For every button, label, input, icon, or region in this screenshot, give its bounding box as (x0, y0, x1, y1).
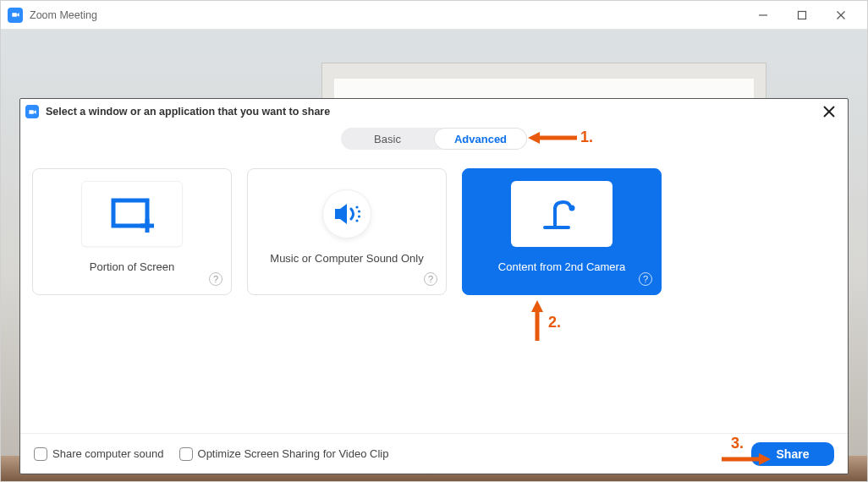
speaker-icon (322, 189, 371, 238)
option-portion-of-screen[interactable]: Portion of Screen ? (32, 168, 232, 295)
share-button[interactable]: Share (751, 442, 834, 466)
zoom-icon (8, 8, 23, 23)
svg-point-10 (358, 210, 360, 212)
svg-point-9 (355, 205, 358, 208)
checkbox-icon (179, 447, 193, 461)
dialog-footer: Share computer sound Optimize Screen Sha… (20, 433, 848, 474)
share-options: Portion of Screen ? Music or Computer So… (20, 150, 848, 295)
share-computer-sound-checkbox[interactable]: Share computer sound (34, 447, 164, 461)
option-label: Portion of Screen (90, 260, 174, 273)
svg-point-13 (569, 205, 575, 211)
document-camera-icon (511, 181, 613, 247)
option-music-or-computer-sound[interactable]: Music or Computer Sound Only ? (247, 168, 447, 295)
help-icon[interactable]: ? (424, 272, 437, 286)
option-content-from-2nd-camera[interactable]: Content from 2nd Camera ? (462, 168, 662, 295)
tabs-pill: Basic Advanced (341, 128, 527, 150)
svg-point-12 (355, 219, 358, 222)
window-titlebar: Zoom Meeting (1, 1, 867, 30)
window-minimize-button[interactable] (744, 3, 783, 28)
svg-point-11 (358, 215, 360, 217)
option-label: Music or Computer Sound Only (270, 252, 423, 265)
zoom-icon (25, 105, 39, 118)
window-maximize-button[interactable] (783, 3, 821, 28)
tab-advanced[interactable]: Advanced (434, 128, 527, 150)
svg-rect-1 (799, 11, 806, 19)
optimize-video-clip-checkbox[interactable]: Optimize Screen Sharing for Video Clip (179, 447, 389, 461)
dialog-header: Select a window or an application that y… (20, 99, 848, 123)
dialog-title: Select a window or an application that y… (46, 106, 330, 118)
svg-rect-6 (113, 200, 147, 226)
checkbox-label: Optimize Screen Sharing for Video Clip (198, 447, 389, 460)
zoom-window: Zoom Meeting Select a window or an appli… (0, 0, 868, 482)
help-icon[interactable]: ? (209, 272, 222, 286)
option-label: Content from 2nd Camera (498, 260, 625, 273)
checkbox-icon (34, 447, 47, 461)
tabs-row: Basic Advanced (20, 123, 848, 150)
window-title: Zoom Meeting (30, 9, 97, 21)
dialog-close-button[interactable] (819, 101, 839, 122)
help-icon[interactable]: ? (639, 272, 652, 286)
checkbox-label: Share computer sound (52, 447, 164, 460)
portion-of-screen-icon (81, 181, 183, 247)
tab-basic[interactable]: Basic (341, 128, 434, 150)
share-screen-dialog: Select a window or an application that y… (19, 98, 849, 474)
window-close-button[interactable] (821, 3, 860, 28)
